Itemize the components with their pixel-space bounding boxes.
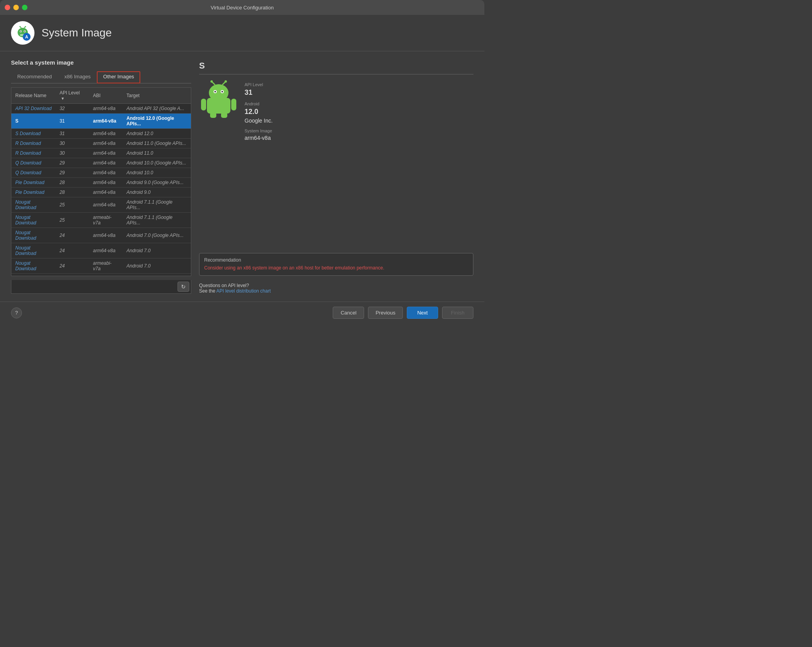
- api-level-value: 31: [245, 89, 273, 97]
- android-studio-icon: A: [14, 24, 32, 42]
- app-icon: A: [11, 21, 34, 45]
- svg-point-22: [225, 80, 227, 83]
- table-row[interactable]: Q Download29arm64-v8aAndroid 10.0: [11, 168, 191, 178]
- svg-point-10: [25, 26, 26, 27]
- table-row[interactable]: Pie Download28arm64-v8aAndroid 9.0 (Goog…: [11, 178, 191, 188]
- svg-text:A: A: [25, 34, 28, 39]
- table-row[interactable]: Pie Download28arm64-v8aAndroid 9.0: [11, 188, 191, 197]
- table-row[interactable]: Nougat Download24armeabi-v7aAndroid 7.0: [11, 258, 191, 274]
- tab-otherimages[interactable]: Other Images: [97, 71, 140, 83]
- svg-rect-23: [201, 99, 206, 110]
- svg-point-18: [221, 91, 223, 92]
- svg-point-14: [209, 84, 228, 101]
- image-tabs: Recommended x86 Images Other Images: [11, 71, 191, 83]
- close-button[interactable]: [5, 5, 10, 10]
- svg-point-21: [210, 80, 213, 83]
- table-row[interactable]: Nougat Download24arm64-v8aAndroid 7.0 (G…: [11, 228, 191, 243]
- system-image-value: arm64-v8a: [245, 135, 273, 141]
- window: Virtual Device Configuration A: [0, 0, 484, 324]
- system-image-label: System Image: [245, 128, 273, 133]
- traffic-lights: [5, 5, 27, 10]
- svg-rect-24: [231, 99, 236, 110]
- sort-icon: ▼: [61, 96, 65, 101]
- table-row[interactable]: S Download31arm64-v8aAndroid 12.0: [11, 129, 191, 139]
- api-question: Questions on API level? See the API leve…: [199, 283, 473, 294]
- svg-point-17: [214, 91, 216, 92]
- table-row[interactable]: S31arm64-v8aAndroid 12.0 (Google APIs...: [11, 114, 191, 129]
- table-row[interactable]: Nougat Download24arm64-v8aAndroid 7.0: [11, 243, 191, 258]
- detail-body: API Level 31 Android 12.0 Google Inc. Sy…: [199, 79, 473, 248]
- images-table-container[interactable]: Release Name API Level ▼ ABI Target: [11, 87, 191, 276]
- next-button[interactable]: Next: [407, 307, 438, 319]
- col-header-target: Target: [123, 88, 191, 104]
- table-row[interactable]: Q Download29arm64-v8aAndroid 10.0 (Googl…: [11, 158, 191, 168]
- table-row[interactable]: Nougat Download25armeabi-v7aAndroid 7.1.…: [11, 213, 191, 228]
- help-button[interactable]: ?: [11, 307, 22, 318]
- main-content: Select a system image Recommended x86 Im…: [0, 51, 484, 302]
- finish-button: Finish: [442, 307, 473, 319]
- tab-x86images[interactable]: x86 Images: [58, 71, 97, 83]
- api-level-chart-link[interactable]: API level distribution chart: [216, 288, 271, 294]
- titlebar: Virtual Device Configuration: [0, 0, 484, 15]
- images-table: Release Name API Level ▼ ABI Target: [11, 88, 191, 274]
- previous-button[interactable]: Previous: [368, 307, 403, 319]
- table-row[interactable]: Nougat Download25arm64-v8aAndroid 7.1.1 …: [11, 197, 191, 213]
- svg-point-9: [20, 26, 21, 27]
- footer: ? Cancel Previous Next Finish: [0, 302, 484, 324]
- table-row[interactable]: R Download30arm64-v8aAndroid 11.0: [11, 148, 191, 158]
- left-panel: Select a system image Recommended x86 Im…: [11, 59, 191, 294]
- detail-info: API Level 31 Android 12.0 Google Inc. Sy…: [245, 79, 273, 248]
- right-panel: S: [199, 59, 473, 294]
- select-system-image-label: Select a system image: [11, 59, 191, 66]
- maximize-button[interactable]: [22, 5, 27, 10]
- recommendation-box: Recommendation Consider using an x86 sys…: [199, 253, 473, 276]
- android-version-value: 12.0: [245, 108, 273, 116]
- svg-point-4: [20, 31, 21, 32]
- page-header: A System Image: [0, 15, 484, 51]
- table-row[interactable]: API 32 Download32arm64-v8aAndroid API 32…: [11, 104, 191, 114]
- android-vendor-value: Google Inc.: [245, 117, 273, 124]
- android-robot-image: [199, 79, 238, 118]
- table-header-row: Release Name API Level ▼ ABI Target: [11, 88, 191, 104]
- col-header-api[interactable]: API Level ▼: [56, 88, 89, 104]
- table-footer: ↻: [11, 280, 191, 294]
- recommendation-label: Recommendation: [204, 257, 468, 263]
- page-title: System Image: [42, 27, 112, 39]
- refresh-button[interactable]: ↻: [178, 282, 189, 292]
- table-row[interactable]: R Download30arm64-v8aAndroid 11.0 (Googl…: [11, 139, 191, 148]
- col-header-release[interactable]: Release Name: [11, 88, 56, 104]
- svg-rect-25: [210, 112, 216, 118]
- svg-rect-26: [221, 112, 227, 118]
- window-title: Virtual Device Configuration: [211, 5, 274, 11]
- minimize-button[interactable]: [13, 5, 19, 10]
- android-label: Android: [245, 101, 273, 106]
- recommendation-text: Consider using an x86 system image on an…: [204, 264, 468, 271]
- cancel-button[interactable]: Cancel: [333, 307, 364, 319]
- svg-point-5: [24, 31, 25, 32]
- col-header-abi: ABI: [89, 88, 123, 104]
- api-level-label: API Level: [245, 82, 273, 87]
- detail-title: S: [199, 61, 473, 74]
- tab-recommended[interactable]: Recommended: [11, 71, 58, 83]
